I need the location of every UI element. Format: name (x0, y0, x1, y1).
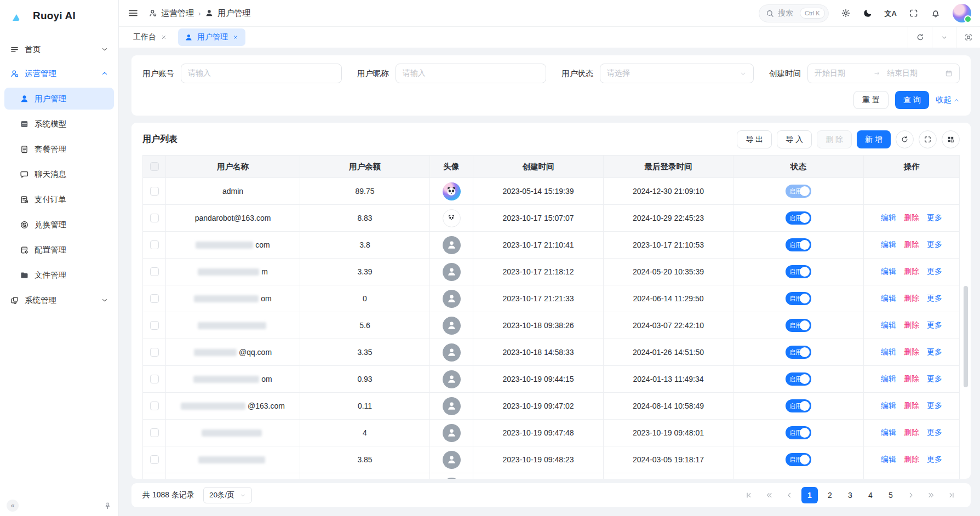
more-link[interactable]: 更多 (927, 455, 942, 465)
row-checkbox[interactable] (150, 375, 159, 383)
more-link[interactable]: 更多 (927, 267, 942, 277)
table-scrollbar[interactable] (964, 286, 968, 387)
page-button-5[interactable]: 5 (882, 487, 899, 503)
dark-mode-moon-icon[interactable] (863, 8, 873, 18)
edit-link[interactable]: 编辑 (881, 213, 896, 223)
last-page-button[interactable] (943, 487, 960, 503)
status-toggle[interactable]: 启用 (786, 399, 811, 412)
sidebar-item-home[interactable]: 首页 (4, 38, 114, 60)
jump-forward-button[interactable] (923, 487, 939, 503)
sidebar-item-config-management[interactable]: 配置管理 (4, 239, 114, 261)
search-button[interactable]: 查 询 (895, 91, 929, 109)
more-link[interactable]: 更多 (927, 320, 942, 330)
account-input[interactable]: 请输入 (181, 64, 342, 83)
select-all-checkbox[interactable] (150, 162, 159, 171)
row-checkbox[interactable] (150, 321, 159, 330)
fullscreen-icon[interactable] (909, 8, 919, 18)
status-toggle[interactable]: 启用 (786, 319, 811, 332)
sidebar-item-operations[interactable]: 运营管理 (4, 62, 114, 84)
tab-options-button[interactable] (932, 27, 956, 48)
more-link[interactable]: 更多 (927, 428, 942, 438)
pin-icon[interactable] (104, 502, 112, 510)
edit-link[interactable]: 编辑 (881, 294, 896, 303)
sidebar-item-redeem-management[interactable]: 兑换管理 (4, 214, 114, 236)
delete-link[interactable]: 删除 (904, 455, 919, 465)
delete-link[interactable]: 删除 (904, 347, 919, 357)
user-avatar[interactable] (953, 4, 971, 22)
refresh-table-button[interactable] (896, 130, 914, 148)
status-toggle[interactable]: 启用 (786, 346, 811, 359)
delete-link[interactable]: 删除 (904, 213, 919, 223)
status-toggle[interactable]: 启用 (786, 453, 811, 466)
more-link[interactable]: 更多 (927, 347, 942, 357)
row-checkbox[interactable] (150, 402, 159, 410)
language-switch-icon[interactable]: 文A (885, 10, 897, 17)
status-toggle[interactable]: 启用 (786, 211, 811, 225)
menu-toggle-icon[interactable] (128, 8, 139, 19)
page-button-1[interactable]: 1 (801, 487, 818, 503)
edit-link[interactable]: 编辑 (881, 240, 896, 250)
sidebar-item-file-management[interactable]: 文件管理 (4, 264, 114, 286)
more-link[interactable]: 更多 (927, 401, 942, 411)
sidebar-item-system-models[interactable]: 系统模型 (4, 113, 114, 135)
export-button[interactable]: 导 出 (737, 130, 772, 148)
more-link[interactable]: 更多 (927, 240, 942, 250)
close-icon[interactable] (161, 34, 167, 41)
page-button-2[interactable]: 2 (822, 487, 838, 503)
more-link[interactable]: 更多 (927, 374, 942, 384)
row-checkbox[interactable] (150, 455, 159, 464)
content-fullscreen-button[interactable] (956, 27, 980, 48)
delete-link[interactable]: 删除 (904, 428, 919, 438)
row-checkbox[interactable] (150, 214, 159, 222)
status-toggle[interactable]: 启用 (786, 426, 811, 439)
reset-button[interactable]: 重 置 (853, 91, 889, 109)
page-button-3[interactable]: 3 (842, 487, 858, 503)
global-search[interactable]: 搜索 Ctrl K (759, 4, 829, 22)
first-page-button[interactable] (741, 487, 757, 503)
more-link[interactable]: 更多 (927, 213, 942, 223)
breadcrumb-operations[interactable]: 运营管理 (148, 8, 194, 19)
status-toggle[interactable]: 启用 (786, 185, 811, 198)
delete-link[interactable]: 删除 (904, 240, 919, 250)
delete-link[interactable]: 删除 (904, 267, 919, 277)
more-link[interactable]: 更多 (927, 294, 942, 303)
delete-link[interactable]: 删除 (904, 401, 919, 411)
edit-link[interactable]: 编辑 (881, 374, 896, 384)
logo[interactable]: Ruoyi AI (0, 0, 118, 32)
sidebar-item-payment-orders[interactable]: 支付订单 (4, 188, 114, 210)
edit-link[interactable]: 编辑 (881, 267, 896, 277)
next-page-button[interactable] (903, 487, 919, 503)
row-checkbox[interactable] (150, 267, 159, 276)
status-toggle[interactable]: 启用 (786, 238, 811, 251)
tab-workbench[interactable]: 工作台 (127, 28, 174, 46)
row-checkbox[interactable] (150, 294, 159, 303)
close-icon[interactable] (232, 34, 239, 41)
delete-link[interactable]: 删除 (904, 294, 919, 303)
sidebar-item-user-management[interactable]: 用户管理 (4, 88, 114, 110)
sidebar-item-plan-management[interactable]: 套餐管理 (4, 138, 114, 160)
breadcrumb-user-management[interactable]: 用户管理 (205, 8, 250, 19)
collapse-filters-link[interactable]: 收起 (936, 95, 960, 105)
row-checkbox[interactable] (150, 428, 159, 437)
edit-link[interactable]: 编辑 (881, 347, 896, 357)
jump-back-button[interactable] (761, 487, 777, 503)
settings-gear-icon[interactable] (841, 8, 851, 18)
page-button-4[interactable]: 4 (862, 487, 879, 503)
prev-page-button[interactable] (781, 487, 798, 503)
row-checkbox[interactable] (150, 348, 159, 357)
edit-link[interactable]: 编辑 (881, 455, 896, 465)
sidebar-item-chat-messages[interactable]: 聊天消息 (4, 163, 114, 185)
notifications-bell-icon[interactable] (931, 8, 941, 18)
row-checkbox[interactable] (150, 187, 159, 196)
delete-link[interactable]: 删除 (904, 320, 919, 330)
edit-link[interactable]: 编辑 (881, 320, 896, 330)
refresh-page-button[interactable] (908, 27, 932, 48)
edit-link[interactable]: 编辑 (881, 401, 896, 411)
status-toggle[interactable]: 启用 (786, 265, 811, 278)
delete-link[interactable]: 删除 (904, 374, 919, 384)
edit-link[interactable]: 编辑 (881, 428, 896, 438)
import-button[interactable]: 导 入 (777, 130, 812, 148)
tab-user-management[interactable]: 用户管理 (178, 28, 245, 46)
nickname-input[interactable]: 请输入 (396, 64, 546, 83)
sidebar-item-system-management[interactable]: 系统管理 (4, 289, 114, 311)
